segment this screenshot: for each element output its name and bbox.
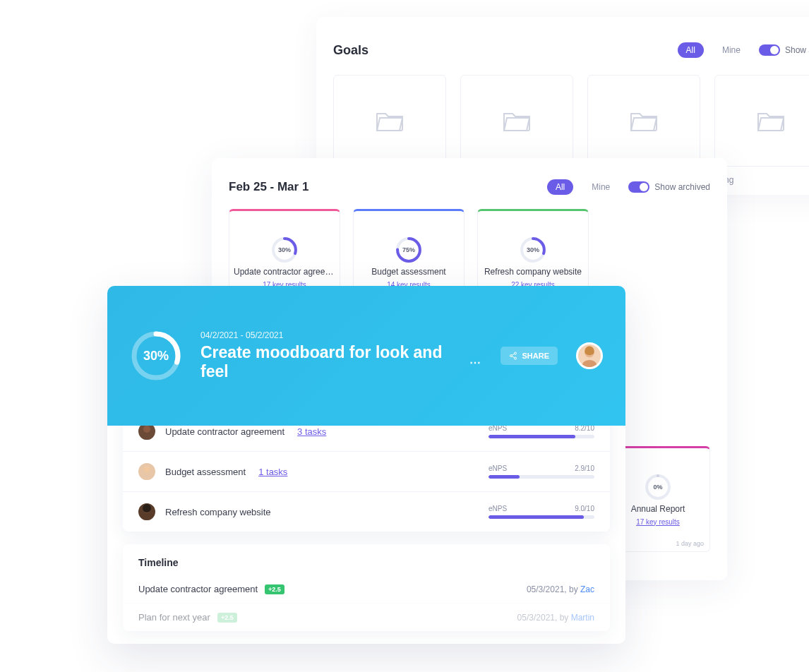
- period-header: Feb 25 - Mar 1 All Mine Show archived: [229, 179, 710, 195]
- enps-label: eNPS: [489, 464, 507, 472]
- target-name: Update contractor agreement: [165, 426, 284, 437]
- svg-point-12: [515, 352, 517, 354]
- hero-meta: 04/2/2021 - 05/2/2021 Create moodboard f…: [200, 330, 482, 381]
- share-icon: [509, 352, 517, 360]
- folder-card[interactable]: [460, 75, 573, 167]
- hero-title-row: Create moodboard for look and feel ⋯: [200, 343, 482, 381]
- folder-card[interactable]: [587, 75, 700, 167]
- show-archived-toggle-wrap: Show archived: [628, 181, 710, 193]
- more-menu-icon[interactable]: ⋯: [469, 356, 482, 369]
- progress-donut: 30%: [272, 237, 297, 263]
- enps-score: 2.9/10: [575, 464, 594, 472]
- timeline-author-link[interactable]: Zac: [580, 584, 594, 594]
- modal-hero: 30% 04/2/2021 - 05/2/2021 Create moodboa…: [107, 286, 625, 426]
- goals-title: Goals: [333, 43, 368, 58]
- timeline-title: Timeline: [138, 557, 179, 568]
- timeline-row[interactable]: Update contractor agreement +2.5 05/3/20…: [123, 575, 610, 603]
- timeline-item-name: Plan for next year: [138, 612, 210, 623]
- goal-detail-modal: 30% 04/2/2021 - 05/2/2021 Create moodboa…: [107, 286, 625, 644]
- show-archived-toggle[interactable]: [628, 181, 649, 193]
- share-button[interactable]: SHARE: [501, 347, 558, 365]
- hero-title: Create moodboard for look and feel: [200, 343, 461, 381]
- svg-point-19: [143, 504, 151, 512]
- target-name: Budget assessment: [165, 467, 246, 477]
- progress-value: 0%: [645, 474, 671, 500]
- progress-donut: 0%: [645, 474, 671, 500]
- delta-badge: +2.5: [265, 584, 284, 594]
- enps-label: eNPS: [489, 505, 507, 512]
- hero-progress-value: 30%: [130, 330, 182, 382]
- folder-card[interactable]: [333, 75, 446, 167]
- assignee-avatar: [138, 503, 155, 520]
- enps-bar: [489, 435, 594, 438]
- kpi-title: Update contractor agreemen: [229, 267, 340, 277]
- filter-all-pill[interactable]: All: [678, 42, 704, 58]
- svg-point-17: [143, 466, 150, 473]
- owner-avatar[interactable]: [576, 342, 603, 369]
- folder-icon: [376, 109, 404, 132]
- goals-header: Goals All Mine Show archive: [333, 42, 809, 58]
- kpi-title: Budget assessment: [354, 267, 464, 277]
- target-score: eNPS8.2/10: [481, 424, 594, 438]
- kpi-title: Refresh company website: [478, 267, 588, 277]
- timeline-item-name: Update contractor agreement: [138, 584, 258, 594]
- progress-value: 75%: [396, 237, 421, 263]
- timeline-author-link[interactable]: Martin: [571, 613, 594, 623]
- kpi-key-results-link[interactable]: 17 key results: [636, 518, 680, 526]
- show-archived-label: Show archive: [785, 45, 809, 55]
- filter-mine-pill[interactable]: Mine: [714, 42, 749, 58]
- target-row[interactable]: Refresh company website eNPS9.0/10: [123, 491, 610, 532]
- folder-icon: [630, 109, 658, 132]
- timeline-date: 05/3/2021, by: [517, 613, 571, 623]
- timeline-meta: 05/3/2021, by Zac: [527, 584, 594, 594]
- progress-donut: 30%: [520, 237, 546, 263]
- filter-all-pill[interactable]: All: [547, 179, 573, 195]
- target-name: Refresh company website: [165, 507, 271, 517]
- svg-point-14: [515, 357, 517, 359]
- hero-date-range: 04/2/2021 - 05/2/2021: [200, 330, 482, 340]
- period-title: Feb 25 - Mar 1: [229, 180, 308, 194]
- period-filters: All Mine Show archived: [547, 179, 710, 195]
- svg-point-16: [143, 426, 150, 433]
- enps-bar: [489, 515, 594, 519]
- timeline-header: Timeline: [123, 544, 610, 575]
- goals-folder-row: [333, 75, 809, 167]
- timeline-date: 05/3/2021, by: [527, 584, 580, 594]
- enps-score: 9.0/10: [575, 505, 594, 512]
- target-tasks-link[interactable]: 1 tasks: [258, 467, 287, 477]
- target-tasks-link[interactable]: 3 tasks: [297, 426, 326, 437]
- show-archived-toggle[interactable]: [759, 44, 780, 56]
- kpi-age: 1 day ago: [676, 540, 704, 547]
- progress-value: 30%: [520, 237, 546, 263]
- timeline-row[interactable]: Plan for next year +2.5 05/3/2021, by Ma…: [123, 603, 610, 631]
- share-label: SHARE: [522, 352, 549, 360]
- svg-point-13: [510, 355, 513, 357]
- progress-donut: 75%: [396, 237, 421, 263]
- progress-value: 30%: [272, 237, 297, 263]
- hero-progress-donut: 30%: [130, 330, 182, 382]
- target-score: eNPS2.9/10: [481, 464, 594, 479]
- assignee-avatar: [138, 463, 155, 480]
- target-row[interactable]: Budget assessment 1 tasks eNPS2.9/10: [123, 451, 610, 491]
- filter-mine-pill[interactable]: Mine: [583, 179, 618, 195]
- folder-card[interactable]: [714, 75, 809, 167]
- enps-bar: [489, 475, 594, 479]
- folder-icon: [757, 109, 785, 132]
- timeline-card: Timeline Update contractor agreement +2.…: [123, 544, 610, 631]
- show-archived-toggle-wrap: Show archive: [759, 44, 809, 56]
- show-archived-label: Show archived: [654, 182, 710, 192]
- target-score: eNPS9.0/10: [481, 505, 594, 519]
- folder-icon: [503, 109, 531, 132]
- timeline-meta: 05/3/2021, by Martin: [517, 613, 594, 623]
- goals-filters: All Mine Show archive: [678, 42, 809, 58]
- delta-badge: +2.5: [217, 613, 237, 623]
